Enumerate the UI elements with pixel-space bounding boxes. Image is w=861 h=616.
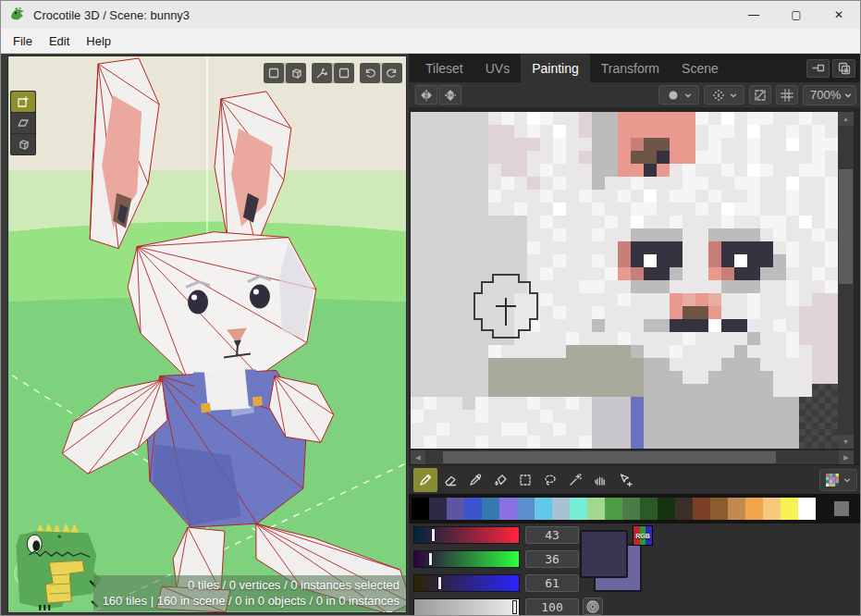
tool-pencil-button[interactable] xyxy=(413,468,437,492)
palette-swatch[interactable] xyxy=(587,498,605,520)
palette-swatch[interactable] xyxy=(447,498,464,520)
scroll-up-arrow[interactable]: ▲ xyxy=(838,112,854,126)
undo-button[interactable] xyxy=(360,63,380,83)
palette-swatch[interactable] xyxy=(552,498,570,520)
minimize-button[interactable]: — xyxy=(732,1,775,29)
menu-edit[interactable]: Edit xyxy=(41,34,78,48)
vertical-scrollbar[interactable]: ▲ ▼ xyxy=(838,112,854,449)
move-button[interactable] xyxy=(312,63,332,83)
close-button[interactable]: ✕ xyxy=(818,1,860,29)
blue-slider[interactable] xyxy=(413,574,520,592)
tab-uvs[interactable]: UVs xyxy=(474,54,521,82)
redo-button[interactable] xyxy=(382,63,402,83)
tool-lasso-button[interactable] xyxy=(538,468,562,492)
tool-dropper-button[interactable] xyxy=(463,468,487,492)
quad-primitive-button[interactable] xyxy=(11,113,35,133)
dither-pattern-dropdown[interactable] xyxy=(704,85,744,105)
mirror-vertical-button[interactable] xyxy=(439,85,461,105)
palette-swatch[interactable] xyxy=(693,498,710,520)
cube-mode-button[interactable] xyxy=(286,63,306,83)
palette-swatch[interactable] xyxy=(482,498,499,520)
dither-icon xyxy=(711,88,726,103)
pixel-grid-toggle[interactable] xyxy=(776,85,798,105)
palette-swatch[interactable] xyxy=(675,498,693,520)
palette-grid-icon xyxy=(825,473,840,487)
scroll-left-arrow[interactable]: ◀ xyxy=(411,450,425,464)
selection-outline-toggle[interactable] xyxy=(749,85,771,105)
tile-mode-button[interactable] xyxy=(264,63,284,83)
status-bar: 0 tiles / 0 vertices / 0 instances selec… xyxy=(93,575,406,611)
palette-swatch[interactable] xyxy=(728,498,745,520)
palette-swatch[interactable] xyxy=(464,498,482,520)
painting-toolbar: 700% xyxy=(409,82,861,107)
alpha-slider[interactable] xyxy=(413,598,520,616)
maximize-button[interactable]: ▢ xyxy=(775,1,818,29)
palette-swatch[interactable] xyxy=(605,498,622,520)
palette-swatch[interactable] xyxy=(570,498,587,520)
viewport-toolbar xyxy=(264,63,402,83)
palette-swatch[interactable] xyxy=(781,498,798,520)
red-slider[interactable] xyxy=(413,526,520,544)
palette-swatch[interactable] xyxy=(710,498,728,520)
tool-bucket-button[interactable] xyxy=(488,468,512,492)
tool-hand-button[interactable] xyxy=(588,468,612,492)
alpha-value-field[interactable]: 100 xyxy=(525,598,579,616)
palette-swatch[interactable] xyxy=(658,498,675,520)
palette-swatch[interactable] xyxy=(517,498,535,520)
brush-shape-dropdown[interactable] xyxy=(658,85,699,105)
tab-painting[interactable]: Painting xyxy=(521,54,590,82)
horizontal-scroll-thumb[interactable] xyxy=(443,451,776,463)
menu-help[interactable]: Help xyxy=(78,34,119,48)
palette-options-button[interactable] xyxy=(834,501,849,516)
zoom-level-value: 700% xyxy=(810,88,841,102)
blue-slider-handle[interactable] xyxy=(437,576,442,590)
scroll-down-arrow[interactable]: ▼ xyxy=(838,435,854,449)
rgb-mode-button[interactable]: RGB xyxy=(633,525,653,546)
menu-bar: File Edit Help xyxy=(1,29,860,54)
palette-swatch[interactable] xyxy=(535,498,552,520)
mirror-horizontal-button[interactable] xyxy=(415,85,437,105)
tab-scene[interactable]: Scene xyxy=(670,54,730,82)
green-slider[interactable] xyxy=(413,550,520,568)
select-button[interactable] xyxy=(334,63,354,83)
chevron-down-icon xyxy=(683,91,693,100)
zoom-level-dropdown[interactable]: 700% xyxy=(803,85,856,105)
alpha-slider-handle[interactable] xyxy=(512,600,517,614)
palette-swatch[interactable] xyxy=(745,498,763,520)
texture-paint-canvas[interactable] xyxy=(411,112,838,449)
primary-color-swatch[interactable] xyxy=(580,530,628,578)
blue-value-field[interactable]: 61 xyxy=(525,574,579,592)
palette-swatch[interactable] xyxy=(429,498,447,520)
paint-tools-row xyxy=(409,464,861,494)
tab-tileset[interactable]: Tileset xyxy=(414,54,474,82)
red-slider-handle[interactable] xyxy=(431,528,436,542)
tool-movecur-button[interactable] xyxy=(613,468,637,492)
tool-eraser-button[interactable] xyxy=(438,468,462,492)
palette-swatch[interactable] xyxy=(622,498,640,520)
palette-swatch[interactable] xyxy=(798,498,816,520)
scene-3d-viewport[interactable]: 0 tiles / 0 vertices / 0 instances selec… xyxy=(7,55,407,613)
horizontal-scrollbar[interactable]: ◀ ▶ xyxy=(411,450,854,464)
dock-panel-button[interactable] xyxy=(806,59,830,78)
red-value-field[interactable]: 43 xyxy=(525,526,579,544)
palette-swatch[interactable] xyxy=(640,498,658,520)
tool-wand-button[interactable] xyxy=(563,468,587,492)
green-slider-handle[interactable] xyxy=(428,552,433,566)
cube-primitive-button[interactable] xyxy=(11,134,35,154)
dither-rings-button[interactable] xyxy=(583,598,603,615)
tab-transform[interactable]: Transform xyxy=(590,54,670,82)
bunny-model-render xyxy=(8,56,407,613)
palette-selector-dropdown[interactable] xyxy=(819,469,857,491)
texture-canvas-area: ▲ ▼ ◀ ▶ xyxy=(409,107,861,464)
palette-swatch[interactable] xyxy=(412,498,429,520)
menu-file[interactable]: File xyxy=(5,34,41,48)
scroll-right-arrow[interactable]: ▶ xyxy=(839,450,854,464)
color-mixer: 43 36 61 100 RGB xyxy=(409,524,861,616)
vertical-scroll-thumb[interactable] xyxy=(839,169,853,284)
palette-swatch[interactable] xyxy=(499,498,517,520)
popout-panel-button[interactable] xyxy=(832,59,855,78)
palette-swatch[interactable] xyxy=(763,498,781,520)
draw-tile-button[interactable] xyxy=(11,92,35,112)
green-value-field[interactable]: 36 xyxy=(525,550,579,568)
tool-marquee-button[interactable] xyxy=(513,468,537,492)
